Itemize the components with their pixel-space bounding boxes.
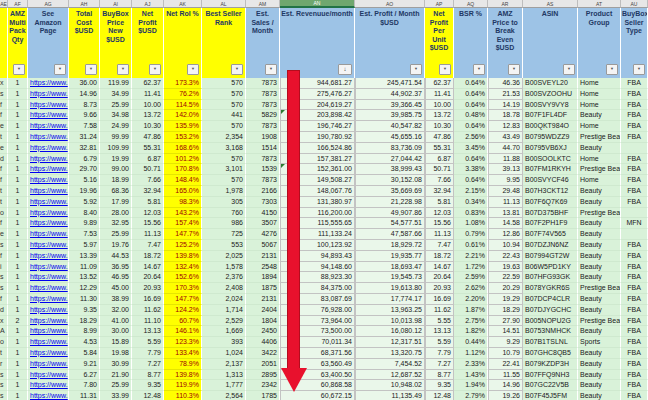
cell-bsr_pct[interactable]: 0.64% <box>454 121 488 132</box>
cell-revenue[interactable]: 204,619.27 <box>280 100 355 111</box>
cell-est_profit[interactable]: 13,963.25 <box>355 305 425 316</box>
cell-est_profit[interactable]: 21,228.98 <box>355 197 425 208</box>
cell-link[interactable]: https://www. <box>28 316 69 327</box>
cell-link[interactable]: https://www. <box>28 132 69 143</box>
cell-qty[interactable]: 1 <box>8 218 28 229</box>
amazon-page-link[interactable]: https://www. <box>30 381 68 388</box>
cell-net_profit[interactable]: 8.77 <box>132 370 164 381</box>
cell-break_even[interactable]: 19.26 <box>488 391 523 400</box>
filter-sort-desc-icon[interactable]: ↓ <box>338 64 352 75</box>
cell-net_profit[interactable]: 7.66 <box>132 175 164 186</box>
amazon-page-link[interactable]: https://www. <box>30 263 68 270</box>
column-letter-net_ppu[interactable]: AP <box>425 0 454 8</box>
cell-cost[interactable]: 6.27 <box>69 370 100 381</box>
cell-link[interactable]: https://www. <box>28 283 69 294</box>
cell-group[interactable]: Beauty <box>578 229 621 240</box>
cell-roi[interactable]: 114.5% <box>164 100 202 111</box>
cell-net_ppu[interactable]: 9.35 <box>425 380 454 391</box>
column-letter-break_even[interactable]: AR <box>488 0 523 8</box>
cell-roi[interactable]: 142.0% <box>164 110 202 121</box>
cell-bsr_pct[interactable]: 1.08% <box>454 218 488 229</box>
cell-group[interactable]: Prestige Beauty <box>578 316 621 327</box>
cell-break_even[interactable]: 19.63 <box>488 262 523 273</box>
cell-revenue[interactable]: 60,672.15 <box>280 391 355 400</box>
cell-frag[interactable]: f <box>0 110 8 121</box>
cell-roi[interactable]: 101.2% <box>164 154 202 165</box>
cell-group[interactable]: Home <box>578 121 621 132</box>
cell-sales[interactable]: 7873 <box>246 100 280 111</box>
cell-seller[interactable] <box>621 229 648 240</box>
cell-asin[interactable]: B07D375BHF <box>523 208 578 219</box>
cell-group[interactable]: Beauty <box>578 391 621 400</box>
cell-bsr_pct[interactable]: 2.15% <box>454 186 488 197</box>
cell-seller[interactable]: FBA <box>621 348 648 359</box>
cell-cost[interactable]: 31.24 <box>69 132 100 143</box>
cell-frag[interactable]: o <box>0 337 8 348</box>
cell-link[interactable]: https://www. <box>28 164 69 175</box>
cell-sales[interactable]: 7873 <box>246 89 280 100</box>
cell-qty[interactable]: 1 <box>8 391 28 400</box>
amazon-page-link[interactable]: https://www. <box>30 79 68 86</box>
cell-qty[interactable]: 1 <box>8 326 28 337</box>
amazon-page-link[interactable]: https://www. <box>30 219 68 226</box>
cell-frag[interactable]: r <box>0 359 8 370</box>
cell-revenue[interactable]: 157,381.27 <box>280 154 355 165</box>
cell-bsr_rank[interactable]: 1,978 <box>202 186 246 197</box>
cell-cost[interactable]: 7.58 <box>69 121 100 132</box>
cell-asin[interactable]: B00SVZOOHU <box>523 89 578 100</box>
cell-bsr_rank[interactable]: 305 <box>202 197 246 208</box>
cell-bsr_rank[interactable]: 2,354 <box>202 132 246 143</box>
cell-qty[interactable]: 1 <box>8 186 28 197</box>
cell-break_even[interactable]: 29.48 <box>488 186 523 197</box>
cell-seller[interactable]: FBA <box>621 359 648 370</box>
cell-link[interactable]: https://www. <box>28 305 69 316</box>
cell-break_even[interactable]: 21.53 <box>488 89 523 100</box>
cell-cost[interactable]: 8.99 <box>69 326 100 337</box>
header-seller[interactable]: BuyBox Seller Type <box>621 8 648 61</box>
amazon-page-link[interactable]: https://www. <box>30 187 68 194</box>
cell-revenue[interactable]: 131,380.97 <box>280 197 355 208</box>
cell-sales[interactable]: 1894 <box>246 272 280 283</box>
cell-roi[interactable]: 146.1% <box>164 326 202 337</box>
cell-buybox[interactable]: 32.95 <box>100 218 132 229</box>
cell-seller[interactable]: FBA <box>621 89 648 100</box>
cell-est_profit[interactable]: 44,902.37 <box>355 89 425 100</box>
cell-roi[interactable]: 119.9% <box>164 380 202 391</box>
cell-seller[interactable]: FBA <box>621 294 648 305</box>
cell-seller[interactable]: FBA <box>621 262 648 273</box>
cell-frag[interactable]: x <box>0 316 8 327</box>
cell-net_profit[interactable]: 47.86 <box>132 132 164 143</box>
amazon-page-link[interactable]: https://www. <box>30 230 68 237</box>
cell-buybox[interactable]: 30.00 <box>100 326 132 337</box>
cell-seller[interactable]: FBA <box>621 132 648 143</box>
cell-net_profit[interactable]: 10.30 <box>132 121 164 132</box>
cell-net_profit[interactable]: 9.35 <box>132 380 164 391</box>
cell-group[interactable]: Beauty <box>578 370 621 381</box>
cell-asin[interactable]: B00QKT984O <box>523 121 578 132</box>
cell-bsr_rank[interactable]: 570 <box>202 89 246 100</box>
cell-group[interactable]: Beauty <box>578 326 621 337</box>
cell-bsr_pct[interactable]: 3.38% <box>454 164 488 175</box>
cell-sales[interactable]: 3507 <box>246 218 280 229</box>
cell-bsr_pct[interactable]: 0.79% <box>454 229 488 240</box>
cell-net_ppu[interactable]: 16.69 <box>425 294 454 305</box>
cell-break_even[interactable]: 27.90 <box>488 316 523 327</box>
cell-group[interactable]: Beauty <box>578 218 621 229</box>
cell-bsr_rank[interactable]: 570 <box>202 100 246 111</box>
cell-bsr_pct[interactable]: 2.33% <box>454 359 488 370</box>
cell-sales[interactable]: 2131 <box>246 251 280 262</box>
cell-est_profit[interactable]: 45,655.16 <box>355 132 425 143</box>
cell-group[interactable]: Beauty <box>578 143 621 154</box>
cell-net_profit[interactable]: 13.13 <box>132 326 164 337</box>
cell-link[interactable]: https://www. <box>28 380 69 391</box>
cell-break_even[interactable]: 9.29 <box>488 337 523 348</box>
cell-seller[interactable]: FBA <box>621 186 648 197</box>
amazon-page-link[interactable]: https://www. <box>30 360 68 367</box>
cell-asin[interactable]: B07FM1RKYH <box>523 164 578 175</box>
cell-sales[interactable]: 2342 <box>246 380 280 391</box>
cell-sales[interactable]: 1804 <box>246 316 280 327</box>
cell-bsr_rank[interactable]: 2,408 <box>202 283 246 294</box>
cell-buybox[interactable]: 19.76 <box>100 240 132 251</box>
cell-frag[interactable]: x <box>0 78 8 89</box>
cell-est_profit[interactable]: 18,929.72 <box>355 240 425 251</box>
